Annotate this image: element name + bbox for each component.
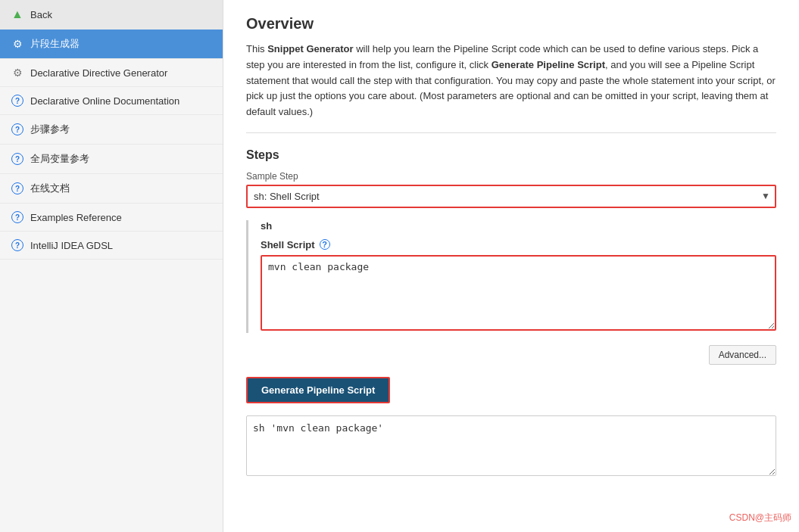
sidebar-item-docs-label: Declarative Online Documentation xyxy=(30,95,179,107)
sidebar-item-intellij-label: IntelliJ IDEA GDSL xyxy=(30,240,113,251)
sidebar-item-snippet-generator[interactable]: ⚙ 片段生成器 xyxy=(0,30,223,59)
main-content: Overview This Snippet Generator will hel… xyxy=(223,0,799,532)
advanced-row: Advanced... xyxy=(246,345,776,365)
back-arrow-icon: ▲ xyxy=(11,8,24,21)
help-icon[interactable]: ? xyxy=(320,239,330,250)
step-block: sh Shell Script ? xyxy=(246,220,776,333)
shell-script-label-text: Shell Script xyxy=(261,239,315,250)
question-icon-docs: ? xyxy=(11,95,24,107)
sidebar-item-global-vars[interactable]: ? 全局变量参考 xyxy=(0,145,223,174)
sidebar-item-steps-ref[interactable]: ? 步骤参考 xyxy=(0,115,223,145)
sidebar-item-directive-label: Declarative Directive Generator xyxy=(30,67,167,79)
sidebar-item-snippet-label: 片段生成器 xyxy=(30,37,80,51)
sidebar-item-examples-label: Examples Reference xyxy=(30,212,122,223)
question-icon-examples: ? xyxy=(11,211,24,223)
overview-description: This Snippet Generator will help you lea… xyxy=(246,42,776,133)
step-name: sh xyxy=(261,220,776,232)
output-textarea[interactable] xyxy=(246,415,776,476)
watermark: CSDN@主码师 xyxy=(729,512,791,524)
sidebar-item-online-label: 在线文档 xyxy=(30,182,70,195)
sidebar-item-declarative-directive[interactable]: ⚙ Declarative Directive Generator xyxy=(0,59,223,87)
step-select-wrapper: sh: Shell Script bat: Windows Batch Scri… xyxy=(246,185,776,208)
shell-script-textarea[interactable] xyxy=(261,255,776,331)
sidebar-item-online-docs[interactable]: ? 在线文档 xyxy=(0,174,223,204)
steps-title: Steps xyxy=(246,148,776,162)
sidebar-item-global-label: 全局变量参考 xyxy=(30,152,89,166)
generate-pipeline-script-button[interactable]: Generate Pipeline Script xyxy=(246,377,390,403)
overview-text-1: This xyxy=(246,43,267,54)
gear-icon-snippet: ⚙ xyxy=(11,38,24,50)
overview-bold2: Generate Pipeline Script xyxy=(492,59,605,70)
question-icon-online: ? xyxy=(11,182,24,194)
sidebar-item-back-label: Back xyxy=(30,9,52,20)
shell-script-field-label: Shell Script ? xyxy=(261,239,776,250)
sidebar: ▲ Back ⚙ 片段生成器 ⚙ Declarative Directive G… xyxy=(0,0,223,532)
step-select[interactable]: sh: Shell Script bat: Windows Batch Scri… xyxy=(246,185,776,208)
sidebar-item-examples[interactable]: ? Examples Reference xyxy=(0,204,223,232)
overview-title: Overview xyxy=(246,15,776,33)
sidebar-item-steps-label: 步骤参考 xyxy=(30,123,70,136)
advanced-button[interactable]: Advanced... xyxy=(709,345,776,365)
sidebar-item-declarative-docs[interactable]: ? Declarative Online Documentation xyxy=(0,87,223,115)
overview-bold: Snippet Generator xyxy=(267,43,353,54)
question-icon-intellij: ? xyxy=(11,239,24,251)
question-icon-steps: ? xyxy=(11,123,24,135)
sample-step-label: Sample Step xyxy=(246,171,776,182)
gear-icon-directive: ⚙ xyxy=(11,67,24,79)
question-icon-global: ? xyxy=(11,153,24,165)
sidebar-item-intellij[interactable]: ? IntelliJ IDEA GDSL xyxy=(0,232,223,260)
sidebar-item-back[interactable]: ▲ Back xyxy=(0,0,223,30)
